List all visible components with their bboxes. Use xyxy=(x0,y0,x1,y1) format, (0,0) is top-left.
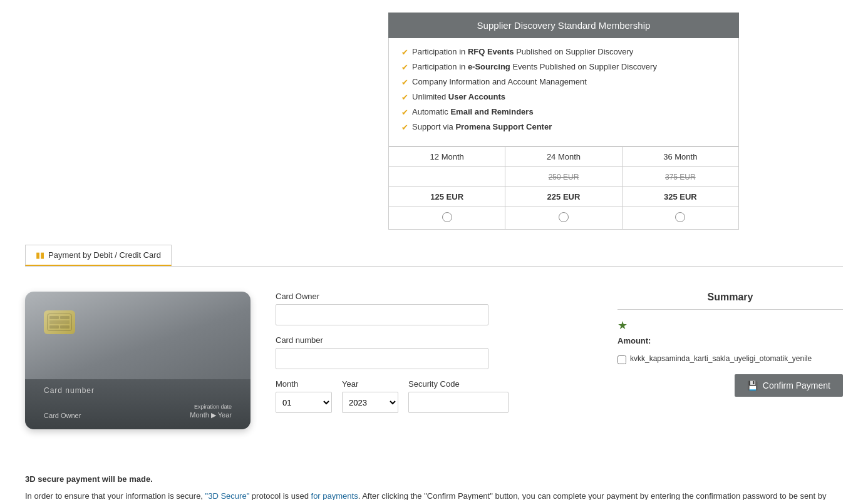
security-col: Security Code xyxy=(408,379,509,413)
price-strike-24: 250 EUR xyxy=(505,167,622,187)
kvkk-checkbox[interactable] xyxy=(617,355,626,364)
confirm-btn-label: Confirm Payment xyxy=(763,380,830,390)
form-area: Card Owner Card number Month 01 02 03 04… xyxy=(276,292,592,429)
check-icon: ✔ xyxy=(401,123,408,132)
feature-text: Participation in RFQ Events Published on… xyxy=(412,47,633,56)
year-col: Year 2023 2024 2025 2026 2027 2028 xyxy=(342,379,398,413)
credit-card-icon: ▮▮ xyxy=(36,250,44,260)
pricing-table: 12 Month 24 Month 36 Month 250 EUR 375 E… xyxy=(388,146,739,230)
radio-36[interactable] xyxy=(622,207,738,230)
feature-item: ✔ Company Information and Account Manage… xyxy=(401,77,726,87)
year-select[interactable]: 2023 2024 2025 2026 2027 2028 xyxy=(342,392,398,413)
security-label: Security Code xyxy=(408,379,509,389)
secure-bold: 3D secure payment will be made. xyxy=(25,473,843,486)
payment-tab[interactable]: ▮▮ Payment by Debit / Credit Card xyxy=(25,245,172,266)
card-expiry-visual-label: Expiration date Month ▶ Year xyxy=(190,404,232,419)
confirm-payment-button[interactable]: 💾 Confirm Payment xyxy=(735,374,843,397)
pricing-col-36: 36 Month xyxy=(622,147,738,167)
radio-12[interactable] xyxy=(389,207,505,230)
card-number-input[interactable] xyxy=(276,348,488,369)
secure-link[interactable]: "3D Secure" xyxy=(205,491,250,500)
price-12: 125 EUR xyxy=(389,187,505,207)
radio-24[interactable] xyxy=(505,207,622,230)
security-code-input[interactable] xyxy=(408,392,509,413)
card-number-visual-label: Card number xyxy=(44,386,95,395)
payment-tab-section: ▮▮ Payment by Debit / Credit Card xyxy=(25,245,843,267)
card-number-group: Card number xyxy=(276,335,592,369)
price-strike-12 xyxy=(389,167,505,187)
secure-text: In order to ensure that your information… xyxy=(25,490,843,500)
month-col: Month 01 02 03 04 05 06 07 08 09 10 11 1… xyxy=(276,379,332,413)
date-security-row: Month 01 02 03 04 05 06 07 08 09 10 11 1… xyxy=(276,379,592,413)
check-icon: ✔ xyxy=(401,78,408,87)
year-label: Year xyxy=(342,379,398,389)
card-owner-group: Card Owner xyxy=(276,292,592,325)
card-owner-input[interactable] xyxy=(276,304,488,325)
payment-form-area: Card number Card Owner Expiration date M… xyxy=(25,285,843,436)
feature-text: Automatic Email and Reminders xyxy=(412,107,534,116)
feature-item: ✔ Automatic Email and Reminders xyxy=(401,107,726,117)
membership-features: ✔ Participation in RFQ Events Published … xyxy=(388,38,739,146)
check-icon: ✔ xyxy=(401,108,408,117)
summary-title: Summary xyxy=(617,292,843,310)
feature-item: ✔ Unlimited User Accounts xyxy=(401,92,726,102)
feature-item: ✔ Support via Promena Support Center xyxy=(401,122,726,132)
secure-notice: 3D secure payment will be made. In order… xyxy=(25,473,843,500)
card-owner-visual-label: Card Owner xyxy=(44,412,81,419)
feature-item: ✔ Participation in RFQ Events Published … xyxy=(401,47,726,57)
floppy-icon: 💾 xyxy=(747,380,758,390)
card-visual: Card number Card Owner Expiration date M… xyxy=(25,292,251,429)
kvkk-label: kvkk_kapsaminda_karti_sakla_uyeligi_otom… xyxy=(630,354,812,363)
kvkk-row: kvkk_kapsaminda_karti_sakla_uyeligi_otom… xyxy=(617,354,843,364)
price-strike-36: 375 EUR xyxy=(622,167,738,187)
summary-star-icon: ★ xyxy=(617,319,843,332)
price-36: 325 EUR xyxy=(622,187,738,207)
card-number-label: Card number xyxy=(276,335,592,345)
price-24: 225 EUR xyxy=(505,187,622,207)
summary-area: Summary ★ Amount: kvkk_kapsaminda_karti_… xyxy=(617,292,843,429)
month-label: Month xyxy=(276,379,332,389)
pricing-col-12: 12 Month xyxy=(389,147,505,167)
feature-text: Unlimited User Accounts xyxy=(412,92,505,101)
feature-item: ✔ Participation in e-Sourcing Events Pub… xyxy=(401,62,726,72)
feature-text: Support via Promena Support Center xyxy=(412,122,552,131)
feature-text: Participation in e-Sourcing Events Publi… xyxy=(412,62,657,71)
membership-title: Supplier Discovery Standard Membership xyxy=(388,13,739,38)
card-chip xyxy=(44,310,75,334)
month-select[interactable]: 01 02 03 04 05 06 07 08 09 10 11 12 xyxy=(276,392,332,413)
card-owner-label: Card Owner xyxy=(276,292,592,301)
check-icon: ✔ xyxy=(401,93,408,102)
check-icon: ✔ xyxy=(401,48,408,57)
payment-tab-label: Payment by Debit / Credit Card xyxy=(48,250,161,260)
summary-amount: Amount: xyxy=(617,336,843,345)
feature-text: Company Information and Account Manageme… xyxy=(412,77,587,86)
card-expiry-month-year: Month ▶ Year xyxy=(190,411,232,419)
pricing-col-24: 24 Month xyxy=(505,147,622,167)
check-icon: ✔ xyxy=(401,63,408,72)
